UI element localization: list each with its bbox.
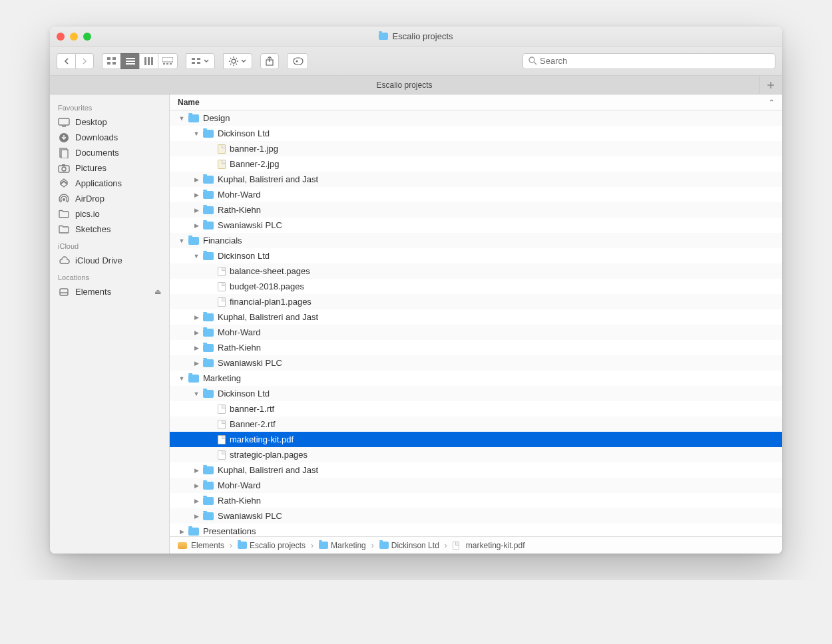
folder-row[interactable]: ▶Rath-Kiehn <box>170 202 782 218</box>
folder-row[interactable]: ▶Swaniawski PLC <box>170 355 782 371</box>
folder-row[interactable]: ▼Dickinson Ltd <box>170 386 782 401</box>
plus-icon <box>767 81 775 89</box>
sidebar-item-elements[interactable]: Elements⏏ <box>50 284 169 299</box>
disclosure-triangle-icon[interactable]: ▶ <box>192 467 200 474</box>
folder-row[interactable]: ▶Kuphal, Balistreri and Jast <box>170 309 782 325</box>
share-button[interactable] <box>260 53 279 69</box>
sidebar-item-desktop[interactable]: Desktop <box>50 114 169 130</box>
chevron-left-icon <box>64 58 69 65</box>
disclosure-triangle-icon[interactable]: ▶ <box>192 222 200 229</box>
path-segment[interactable]: Elements <box>191 541 224 550</box>
path-segment[interactable]: Dickinson Ltd <box>391 541 439 550</box>
file-row[interactable]: Banner-2.rtf <box>170 416 782 432</box>
sidebar-item-sketches[interactable]: Sketches <box>50 222 169 237</box>
folder-row[interactable]: ▶Swaniawski PLC <box>170 218 782 233</box>
file-row[interactable]: marketing-kit.pdf <box>170 432 782 447</box>
maximize-button[interactable] <box>83 33 91 41</box>
svg-rect-1 <box>112 57 116 60</box>
disclosure-triangle-icon[interactable]: ▼ <box>178 375 186 382</box>
disclosure-triangle-icon[interactable]: ▶ <box>192 482 200 489</box>
disclosure-triangle-icon[interactable]: ▼ <box>192 391 200 397</box>
path-segment[interactable]: Marketing <box>331 541 366 550</box>
folder-row[interactable]: ▶Mohr-Ward <box>170 187 782 202</box>
sidebar-item-label: Downloads <box>75 132 118 142</box>
folder-row[interactable]: ▼Financials <box>170 233 782 248</box>
path-bar[interactable]: Elements› Escalio projects› Marketing› D… <box>170 536 782 554</box>
file-list[interactable]: ▼Design▼Dickinson Ltdbanner-1.jpgBanner-… <box>170 110 782 536</box>
sidebar-item-pics-io[interactable]: pics.io <box>50 206 169 222</box>
eject-icon[interactable]: ⏏ <box>154 287 161 296</box>
folder-row[interactable]: ▶Swaniawski PLC <box>170 508 782 524</box>
file-row[interactable]: balance-sheet.pages <box>170 263 782 279</box>
minimize-button[interactable] <box>70 33 78 41</box>
disclosure-triangle-icon[interactable]: ▼ <box>192 253 200 259</box>
disclosure-triangle-icon[interactable]: ▶ <box>192 360 200 367</box>
apps-icon <box>58 179 70 188</box>
nav-buttons <box>57 53 94 69</box>
folder-row[interactable]: ▶Kuphal, Balistreri and Jast <box>170 172 782 187</box>
search-input[interactable] <box>540 56 769 66</box>
back-button[interactable] <box>57 53 75 69</box>
sidebar-item-airdrop[interactable]: AirDrop <box>50 191 169 206</box>
folder-row[interactable]: ▼Dickinson Ltd <box>170 126 782 141</box>
disclosure-triangle-icon[interactable]: ▶ <box>192 345 200 351</box>
disclosure-triangle-icon[interactable]: ▶ <box>192 192 200 198</box>
disclosure-triangle-icon[interactable]: ▶ <box>192 329 200 336</box>
disclosure-triangle-icon[interactable]: ▼ <box>178 115 186 122</box>
tab-current[interactable]: Escalio projects <box>50 76 759 94</box>
sidebar-item-icloud-drive[interactable]: iCloud Drive <box>50 253 169 268</box>
forward-button[interactable] <box>75 53 94 69</box>
view-columns-button[interactable] <box>139 53 158 69</box>
folder-row[interactable]: ▶Rath-Kiehn <box>170 493 782 508</box>
svg-rect-3 <box>112 62 116 65</box>
folder-row[interactable]: ▶Mohr-Ward <box>170 325 782 340</box>
disclosure-triangle-icon[interactable]: ▼ <box>178 238 186 244</box>
folder-row[interactable]: ▼Marketing <box>170 371 782 386</box>
row-label: Swaniawski PLC <box>218 358 282 368</box>
row-label: Swaniawski PLC <box>218 220 282 230</box>
view-list-button[interactable] <box>120 53 139 69</box>
folder-icon <box>319 542 328 549</box>
folder-row[interactable]: ▶Kuphal, Balistreri and Jast <box>170 462 782 478</box>
folder-outline-icon <box>58 210 70 219</box>
view-gallery-button[interactable] <box>158 53 178 69</box>
disclosure-triangle-icon[interactable]: ▼ <box>192 130 200 137</box>
file-icon <box>218 420 226 429</box>
folder-row[interactable]: ▶Presentations <box>170 524 782 536</box>
view-icons-button[interactable] <box>102 53 120 69</box>
disclosure-triangle-icon[interactable]: ▶ <box>192 498 200 504</box>
path-segment[interactable]: marketing-kit.pdf <box>466 541 525 550</box>
disclosure-triangle-icon[interactable]: ▶ <box>192 207 200 214</box>
file-row[interactable]: strategic-plan.pages <box>170 447 782 462</box>
disclosure-triangle-icon[interactable]: ▶ <box>192 314 200 321</box>
column-header[interactable]: Name ⌃ <box>170 94 782 110</box>
folder-row[interactable]: ▼Dickinson Ltd <box>170 248 782 263</box>
row-label: Rath-Kiehn <box>218 496 261 506</box>
share-icon <box>266 57 274 66</box>
file-row[interactable]: budget-2018.pages <box>170 279 782 294</box>
file-row[interactable]: Banner-2.jpg <box>170 156 782 172</box>
new-tab-button[interactable] <box>759 76 782 94</box>
svg-line-23 <box>230 58 231 59</box>
folder-row[interactable]: ▶Mohr-Ward <box>170 478 782 493</box>
search-field[interactable] <box>522 53 775 69</box>
file-row[interactable]: banner-1.rtf <box>170 401 782 416</box>
close-button[interactable] <box>57 33 65 41</box>
folder-row[interactable]: ▼Design <box>170 110 782 126</box>
disclosure-triangle-icon[interactable]: ▶ <box>192 176 200 183</box>
file-row[interactable]: banner-1.jpg <box>170 141 782 156</box>
disclosure-triangle-icon[interactable]: ▶ <box>178 528 186 535</box>
folder-icon <box>203 222 214 230</box>
sidebar-item-applications[interactable]: Applications <box>50 176 169 191</box>
body: FavouritesDesktopDownloadsDocumentsPictu… <box>50 94 782 554</box>
path-segment[interactable]: Escalio projects <box>250 541 306 550</box>
arrange-button[interactable] <box>186 53 215 69</box>
tags-button[interactable] <box>287 53 308 69</box>
sidebar-item-documents[interactable]: Documents <box>50 145 169 160</box>
disclosure-triangle-icon[interactable]: ▶ <box>192 513 200 520</box>
file-row[interactable]: financial-plan1.pages <box>170 294 782 309</box>
sidebar-item-pictures[interactable]: Pictures <box>50 160 169 176</box>
sidebar-item-downloads[interactable]: Downloads <box>50 130 169 145</box>
folder-row[interactable]: ▶Rath-Kiehn <box>170 340 782 355</box>
action-button[interactable] <box>223 53 252 69</box>
